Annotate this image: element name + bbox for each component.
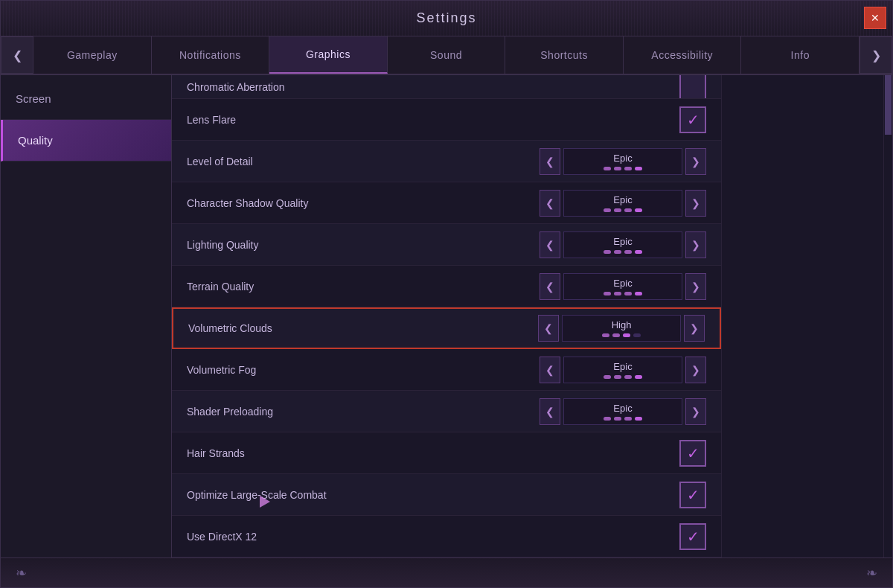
setting-row-optimize-large-scale-combat: Optimize Large-Scale Combat ✓ [172, 474, 721, 516]
setting-control-lighting-quality: ❮ Epic ❯ [540, 231, 706, 258]
dot-4 [635, 292, 642, 295]
slider-dots-lighting-quality [604, 250, 642, 254]
setting-label-lens-flare: Lens Flare [187, 114, 679, 126]
checkbox-lens-flare-check: ✓ [687, 111, 700, 129]
slider-right-lighting-quality[interactable]: ❯ [685, 231, 706, 258]
dot-1 [604, 208, 611, 212]
dot-4 [635, 167, 642, 170]
slider-dots-shader-preloading [604, 417, 642, 421]
slider-left-terrain-quality[interactable]: ❮ [540, 273, 560, 300]
panel-scrollbar[interactable] [883, 75, 892, 557]
slider-left-volumetric-fog[interactable]: ❮ [540, 357, 560, 383]
mouse-cursor [260, 496, 270, 508]
setting-row-level-of-detail: Level of Detail ❮ Epic ❯ [172, 141, 721, 182]
slider-left-volumetric-clouds[interactable]: ❮ [538, 315, 559, 342]
slider-right-terrain-quality[interactable]: ❯ [685, 273, 706, 300]
tab-graphics[interactable]: Graphics [269, 36, 388, 74]
setting-control-character-shadow-quality: ❮ Epic ❯ [540, 190, 706, 217]
slider-value-terrain-quality: Epic [563, 273, 682, 300]
checkbox-hair-strands-check: ✓ [687, 444, 700, 462]
tab-accessibility[interactable]: Accessibility [624, 36, 742, 74]
slider-text-character-shadow-quality: Epic [613, 194, 632, 205]
dot-1 [604, 292, 611, 295]
slider-right-character-shadow-quality[interactable]: ❯ [685, 190, 706, 217]
sidebar-item-quality[interactable]: Quality [1, 120, 171, 162]
slider-text-level-of-detail: Epic [613, 153, 632, 164]
slider-value-lighting-quality: Epic [563, 231, 682, 258]
slider-left-character-shadow-quality[interactable]: ❮ [540, 190, 560, 217]
dot-4 [635, 250, 642, 254]
tab-bar: ❮ Gameplay Notifications Graphics Sound … [1, 36, 892, 75]
slider-left-shader-preloading[interactable]: ❮ [540, 398, 560, 425]
setting-label-chromatic-aberration: Chromatic Aberration [187, 81, 679, 93]
slider-right-shader-preloading[interactable]: ❯ [685, 398, 706, 425]
tab-shortcuts[interactable]: Shortcuts [505, 36, 624, 74]
slider-right-volumetric-clouds[interactable]: ❯ [684, 315, 705, 342]
checkbox-directx-check: ✓ [687, 528, 700, 546]
checkbox-chromatic-aberration[interactable] [679, 75, 706, 99]
dot-1 [602, 333, 609, 337]
tab-info-label: Info [791, 49, 810, 61]
setting-row-hair-strands: Hair Strands ✓ [172, 432, 721, 474]
slider-right-volumetric-fog[interactable]: ❯ [685, 357, 706, 383]
checkbox-optimize-check: ✓ [687, 486, 700, 504]
dot-3 [624, 375, 632, 379]
scrollbar-thumb[interactable] [885, 75, 892, 135]
slider-value-volumetric-fog: Epic [563, 357, 682, 383]
tab-prev-button[interactable]: ❮ [1, 36, 33, 74]
dot-3 [624, 292, 632, 295]
setting-row-chromatic-aberration: Chromatic Aberration [172, 75, 721, 99]
setting-control-volumetric-clouds: ❮ High ❯ [538, 315, 705, 342]
setting-control-hair-strands: ✓ [679, 440, 706, 467]
slider-dots-level-of-detail [604, 167, 642, 170]
checkbox-hair-strands[interactable]: ✓ [679, 440, 706, 467]
window-title: Settings [416, 10, 476, 26]
setting-control-use-directx-12: ✓ [679, 523, 706, 550]
setting-row-lighting-quality: Lighting Quality ❮ Epic ❯ [172, 224, 721, 266]
setting-label-hair-strands: Hair Strands [187, 447, 679, 459]
slider-left-level-of-detail[interactable]: ❮ [540, 148, 560, 175]
slider-value-level-of-detail: Epic [563, 148, 682, 175]
tab-graphics-label: Graphics [306, 48, 351, 60]
slider-right-level-of-detail[interactable]: ❯ [685, 148, 706, 175]
tab-notifications-label: Notifications [179, 49, 241, 61]
dot-3 [624, 250, 632, 254]
tab-gameplay[interactable]: Gameplay [33, 36, 152, 74]
sidebar-item-screen[interactable]: Screen [1, 78, 171, 120]
slider-text-volumetric-fog: Epic [613, 361, 632, 372]
scrollbar-track [884, 75, 892, 557]
setting-control-optimize-large-scale-combat: ✓ [679, 482, 706, 508]
settings-panel: Chromatic Aberration Lens Flare ✓ Level … [172, 75, 721, 557]
dot-3 [623, 333, 630, 337]
tab-next-button[interactable]: ❯ [860, 36, 892, 74]
dot-4 [635, 417, 642, 421]
setting-label-character-shadow-quality: Character Shadow Quality [187, 197, 540, 209]
tab-notifications[interactable]: Notifications [152, 36, 270, 74]
slider-text-volumetric-clouds: High [612, 319, 632, 330]
checkbox-lens-flare[interactable]: ✓ [679, 106, 706, 133]
setting-row-lens-flare: Lens Flare ✓ [172, 99, 721, 141]
dot-4 [633, 333, 641, 337]
setting-row-volumetric-clouds: Volumetric Clouds ❮ High ❯ [172, 307, 721, 349]
dot-1 [604, 250, 611, 254]
dot-4 [635, 375, 642, 379]
setting-label-volumetric-fog: Volumetric Fog [187, 364, 540, 376]
dot-2 [612, 333, 620, 337]
setting-control-chromatic-aberration [679, 75, 706, 99]
tab-info[interactable]: Info [741, 36, 860, 74]
setting-control-terrain-quality: ❮ Epic ❯ [540, 273, 706, 300]
setting-label-level-of-detail: Level of Detail [187, 156, 540, 167]
slider-left-lighting-quality[interactable]: ❮ [540, 231, 560, 258]
slider-text-terrain-quality: Epic [613, 278, 632, 289]
close-button[interactable]: ✕ [864, 7, 886, 29]
setting-label-volumetric-clouds: Volumetric Clouds [188, 322, 538, 334]
tab-gameplay-label: Gameplay [67, 49, 118, 61]
setting-control-volumetric-fog: ❮ Epic ❯ [540, 357, 706, 383]
checkbox-use-directx-12[interactable]: ✓ [679, 523, 706, 550]
right-panel [721, 75, 892, 557]
dot-2 [614, 250, 621, 254]
tab-sound[interactable]: Sound [388, 36, 506, 74]
setting-row-volumetric-fog: Volumetric Fog ❮ Epic ❯ [172, 349, 721, 391]
checkbox-optimize-large-scale-combat[interactable]: ✓ [679, 482, 706, 508]
sidebar-item-quality-label: Quality [18, 134, 53, 147]
